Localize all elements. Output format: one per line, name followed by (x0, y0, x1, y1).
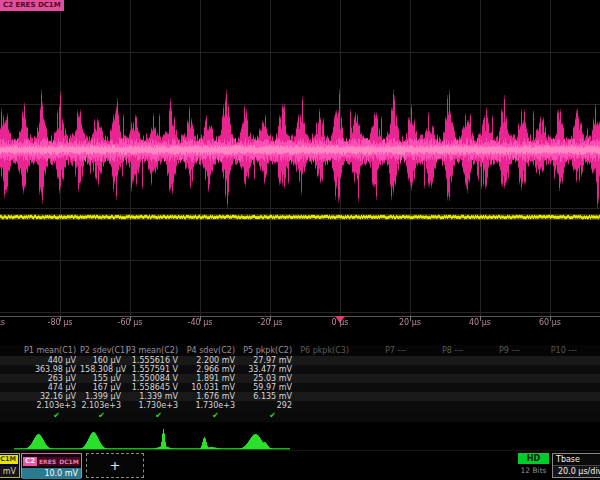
channel-c2-descriptor[interactable]: C2 ERES DC1M 10.0 mV (21, 453, 82, 478)
param-value-cell: 1.557591 V (125, 365, 182, 374)
time-tick-label: 0 µs (332, 318, 349, 327)
c2-scale-value: 10.0 mV (22, 468, 81, 479)
param-value-cell: 32.16 µV (0, 392, 80, 401)
param-status-check: ✔ (239, 410, 296, 422)
param-value-cell: 1.558645 V (125, 383, 182, 392)
param-value-cell: 33.477 mV (239, 365, 296, 374)
table-row: 2.103e+32.103e+31.730e+31.730e+3292 (0, 401, 600, 410)
param-value-cell: 1.555616 V (125, 356, 182, 365)
param-header[interactable]: P8 --- (410, 345, 467, 356)
param-value-cell: 1.550084 V (125, 374, 182, 383)
param-value-cell: 59.97 mV (239, 383, 296, 392)
timebase-value: 20.0 µs/div (553, 466, 600, 477)
table-row: 363.98 µV158.308 µV1.557591 V2.966 mV33.… (0, 365, 600, 374)
c2-channel-badge: C2 (23, 457, 37, 466)
param-value-cell: 263 µV (0, 374, 80, 383)
param-value-cell: 1.730e+3 (182, 401, 239, 410)
time-axis: -100 µs-80 µs-60 µs-40 µs-20 µs0 µs20 µs… (0, 318, 600, 330)
param-header[interactable]: P10 --- (524, 345, 581, 356)
param-value-cell: 25.03 mV (239, 374, 296, 383)
param-header[interactable]: P4 sdev(C2) (182, 345, 239, 356)
param-header[interactable]: P6 pkpk(C3) (296, 345, 353, 356)
channel-c1-descriptor[interactable]: DC1M 10.0 mV (0, 453, 20, 478)
timebase-descriptor[interactable]: Tbase 20.0 µs/div (552, 453, 600, 478)
hd-bits-label: 12 Bits (518, 466, 549, 475)
time-tick-label: -100 µs (0, 318, 5, 327)
param-value-cell: 1.399 µV (80, 392, 125, 401)
param-value-cell: 10.031 mV (182, 383, 239, 392)
param-value-cell: 1.676 mV (182, 392, 239, 401)
time-tick-label: 60 µs (539, 318, 561, 327)
param-value-cell: 474 µV (0, 383, 80, 392)
time-tick-label: -60 µs (118, 318, 143, 327)
time-tick-label: -20 µs (258, 318, 283, 327)
param-value-cell: 2.103e+3 (0, 401, 80, 410)
c2-coupling-row: C2 ERES DC1M (22, 454, 81, 468)
param-value-cell: 158.308 µV (80, 365, 125, 374)
hd-mode-badge[interactable]: HD (518, 453, 549, 464)
param-header[interactable]: P7 --- (353, 345, 410, 356)
descriptor-bar: DC1M 10.0 mV C2 ERES DC1M 10.0 mV + HD 1… (0, 450, 600, 480)
param-value-cell: 1.730e+3 (125, 401, 182, 410)
param-value-cell: 1.891 mV (182, 374, 239, 383)
c2-eres-badge: ERES (38, 457, 57, 466)
table-row: 440 µV160 µV1.555616 V2.200 mV27.97 mV (0, 356, 600, 365)
table-row: ✔✔✔✔✔ (0, 410, 600, 422)
param-value-cell: 292 (239, 401, 296, 410)
param-header[interactable]: P5 pkpk(C2) (239, 345, 296, 356)
c1-scale-value: 10.0 mV (0, 466, 19, 477)
param-value-cell: 363.98 µV (0, 365, 80, 374)
param-header[interactable]: P3 mean(C2) (125, 345, 182, 356)
param-value-cell: 1.339 mV (125, 392, 182, 401)
param-value-cell: 160 µV (80, 356, 125, 365)
param-header[interactable]: P1 mean(C1) (0, 345, 80, 356)
time-tick-label: 20 µs (399, 318, 421, 327)
param-value-cell: 167 µV (80, 383, 125, 392)
param-value-cell: 2.103e+3 (80, 401, 125, 410)
param-value-cell: 2.200 mV (182, 356, 239, 365)
param-status-check: ✔ (80, 410, 125, 422)
trace-label-badge: C2 ERES DC1M (0, 0, 64, 11)
table-row: 32.16 µV1.399 µV1.339 mV1.676 mV6.135 mV (0, 392, 600, 401)
param-header[interactable]: P9 --- (467, 345, 524, 356)
add-trace-button[interactable]: + (86, 453, 144, 478)
param-value-cell: 27.97 mV (239, 356, 296, 365)
c1-coupling-row: DC1M (0, 454, 19, 466)
param-status-check: ✔ (125, 410, 182, 422)
table-row: 263 µV155 µV1.550084 V1.891 mV25.03 mV (0, 374, 600, 383)
param-header[interactable]: P11 (581, 345, 600, 356)
table-row: 474 µV167 µV1.558645 V10.031 mV59.97 mV (0, 383, 600, 392)
timebase-label: Tbase (553, 454, 600, 466)
param-value-cell: 155 µV (80, 374, 125, 383)
c1-coupling-badge: DC1M (0, 455, 18, 464)
measure-table[interactable]: P1 mean(C1)P2 sdev(C1)P3 mean(C2)P4 sdev… (0, 345, 600, 422)
time-tick-label: -40 µs (188, 318, 213, 327)
time-tick-label: -80 µs (48, 318, 73, 327)
time-tick-label: 40 µs (469, 318, 491, 327)
param-status-check: ✔ (182, 410, 239, 422)
param-value-cell: 440 µV (0, 356, 80, 365)
param-header[interactable]: P2 sdev(C1) (80, 345, 125, 356)
param-value-cell: 2.966 mV (182, 365, 239, 374)
param-status-check: ✔ (0, 410, 80, 422)
param-value-cell: 6.135 mV (239, 392, 296, 401)
table-row: P1 mean(C1)P2 sdev(C1)P3 mean(C2)P4 sdev… (0, 345, 600, 356)
c2-coupling-badge: DC1M (58, 457, 80, 466)
